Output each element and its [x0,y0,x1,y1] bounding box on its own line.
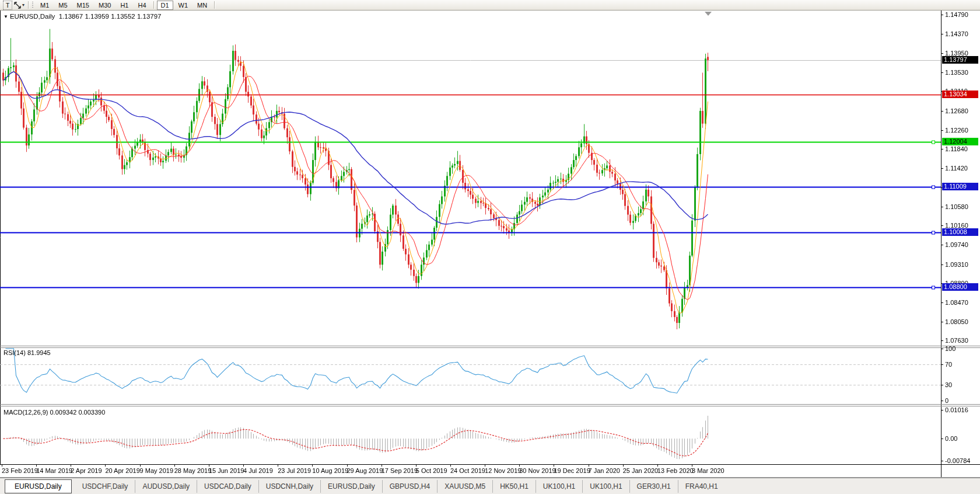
date-axis-label: 4 Jul 2019 [243,467,273,474]
price-axis-tick: 1.13530 [945,69,968,76]
date-axis-label: 25 Jan 2020 [623,467,659,474]
rsi-axis-tick: 0 [945,397,949,404]
toolbar: T ▾ M1M5M15M30H1H4D1W1MN [0,0,980,11]
timeframe-button-h1[interactable]: H1 [116,1,132,9]
price-axis-tick: 1.12680 [945,107,968,114]
date-axis-label: 3 Mar 2020 [692,467,724,474]
dropdown-caret-icon[interactable]: ▾ [22,2,24,8]
timeframe-button-m30[interactable]: M30 [94,1,115,9]
date-axis-label: 9 May 2019 [140,467,173,474]
price-axis-tick: 1.08470 [945,299,968,306]
tab-eurusd-daily[interactable]: EURUSD,Daily [5,479,72,493]
tab-ger30-h1[interactable]: GER30,H1 [629,480,678,493]
rsi-axis-tick: 30 [945,381,952,388]
macd-axis-tick: -0.00784 [945,457,970,464]
price-axis-tick: 1.10580 [945,203,968,210]
macd-axis-tick: 0.01016 [945,406,968,413]
timeframe-button-mn[interactable]: MN [193,1,211,9]
price-level-badge: 1.11009 [942,183,978,190]
price-level-badge: 1.12004 [942,138,978,145]
date-axis-label: 2 Apr 2019 [71,467,102,474]
date-axis-label: 24 Oct 2019 [450,467,485,474]
pointer-tool-button[interactable]: ▾ [14,2,24,9]
price-axis-tick: 1.11420 [945,165,968,172]
macd-axis-tick: 0.00 [945,435,957,442]
price-axis-tick: 1.14790 [945,11,968,18]
tab-fra40-h1[interactable]: FRA40,H1 [678,480,725,493]
date-axis-label: 14 Mar 2019 [36,467,72,474]
date-axis-label: 20 Apr 2019 [105,467,139,474]
price-level-badge: 1.13034 [942,91,978,98]
date-axis-label: 29 Aug 2019 [347,467,383,474]
date-axis-label: 23 Feb 2019 [2,467,38,474]
date-axis-label: 5 Oct 2019 [416,467,447,474]
tab-usdcnh-daily[interactable]: USDCNH,Daily [258,480,320,493]
price-axis-tick: 1.07630 [945,337,968,344]
date-axis-label: 17 Sep 2019 [382,467,418,474]
macd-indicator-label: MACD(12,26,9) 0.009342 0.003390 [4,409,105,416]
tab-hk50-h1[interactable]: HK50,H1 [492,480,536,493]
rsi-axis-tick: 70 [945,361,952,368]
chart-tab-bar: EURUSD,DailyUSDCHF,DailyAUDUSD,DailyUSDC… [0,478,980,494]
price-chart-canvas[interactable] [0,0,980,478]
tab-eurusd-daily[interactable]: EURUSD,Daily [320,480,382,493]
date-axis-label: 12 Nov 2019 [485,467,521,474]
tab-usdcad-daily[interactable]: USDCAD,Daily [197,480,258,493]
date-axis-label: 23 Jul 2019 [278,467,311,474]
date-axis-label: 28 May 2019 [174,467,212,474]
tab-uk100-h1[interactable]: UK100,H1 [536,480,582,493]
price-axis-tick: 1.11840 [945,145,968,152]
date-axis-label: 15 Jun 2019 [209,467,244,474]
date-axis-label: 10 Aug 2019 [312,467,348,474]
price-axis-tick: 1.09310 [945,261,968,268]
timeframe-button-d1[interactable]: D1 [157,1,173,10]
tab-audusd-daily[interactable]: AUDUSD,Daily [135,480,197,493]
text-tool-button[interactable]: T [3,1,12,10]
current-price-badge: 1.13797 [942,56,978,64]
toolbar-separator [28,1,29,9]
timeframe-button-m1[interactable]: M1 [36,1,53,9]
timeframe-button-h4[interactable]: H4 [134,1,150,9]
price-axis-tick: 1.08050 [945,318,968,325]
timeframe-button-m5[interactable]: M5 [54,1,71,9]
trading-terminal-window: T ▾ M1M5M15M30H1H4D1W1MN ▼EURUSD,Daily 1… [0,0,980,494]
timeframe-button-group: M1M5M15M30H1H4D1W1MN [36,1,217,10]
date-axis-label: 30 Nov 2019 [519,467,555,474]
chart-symbol-label: EURUSD,Daily [10,13,55,20]
toolbar-grip[interactable] [32,2,33,9]
rsi-axis-tick: 100 [945,345,956,352]
price-axis-tick: 1.14370 [945,30,968,37]
price-axis-tick: 1.09740 [945,241,968,248]
chart-ohlc-values: 1.13867 1.13959 1.13552 1.13797 [59,13,162,20]
toolbar-separator [214,1,215,9]
chart-collapse-icon[interactable]: ▼ [4,14,8,19]
date-axis-label: 19 Dec 2019 [554,467,590,474]
date-axis-label: 13 Feb 2020 [657,467,694,474]
date-axis-label: 7 Jan 2020 [589,467,620,474]
tab-xauusd-m5[interactable]: XAUUSD,M5 [437,480,492,493]
diagonal-arrows-icon [14,2,21,9]
rsi-indicator-label: RSI(14) 81.9945 [4,349,51,356]
price-level-badge: 1.08800 [942,283,978,291]
tab-usdchf-daily[interactable]: USDCHF,Daily [75,480,135,493]
price-level-badge: 1.10008 [942,228,978,236]
timeframe-button-m15[interactable]: M15 [73,1,93,9]
price-axis-tick: 1.12260 [945,127,968,134]
chart-title: ▼EURUSD,Daily 1.13867 1.13959 1.13552 1.… [4,13,162,20]
tab-gbpusd-h4[interactable]: GBPUSD,H4 [382,480,437,493]
tab-uk100-h1[interactable]: UK100,H1 [582,480,629,493]
timeframe-button-w1[interactable]: W1 [174,1,192,9]
toolbar-separator [153,1,154,9]
